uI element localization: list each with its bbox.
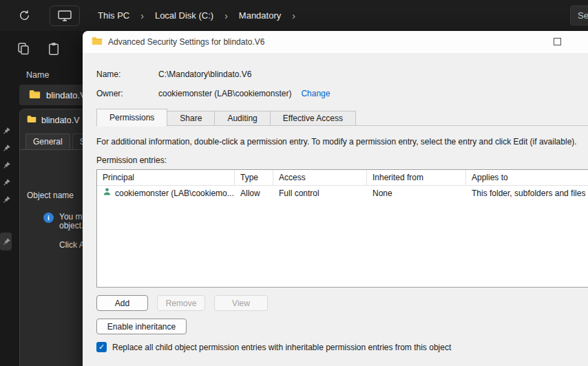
chevron-right-icon[interactable] bbox=[140, 10, 144, 21]
pin-icon[interactable] bbox=[2, 126, 12, 136]
info-icon: i bbox=[43, 213, 54, 223]
copy-icon[interactable] bbox=[17, 42, 32, 57]
owner-field-row: Owner: cookiemonster (LAB\cookiemonster)… bbox=[96, 89, 330, 98]
replace-permissions-row: Replace all child object permission entr… bbox=[96, 342, 451, 352]
name-label: Name: bbox=[96, 69, 158, 79]
dialog-tabs: Permissions Share Auditing Effective Acc… bbox=[96, 111, 588, 126]
dialog-title: Advanced Security Settings for blindato.… bbox=[108, 37, 264, 47]
remove-button[interactable]: Remove bbox=[157, 295, 205, 311]
info-text-line2: object. bbox=[59, 221, 83, 230]
name-column-header[interactable]: Name bbox=[26, 70, 49, 80]
name-value: C:\Mandatory\blindato.V6 bbox=[158, 69, 251, 79]
entry-inherited-from: None bbox=[367, 186, 466, 201]
table-buttons: Add Remove View bbox=[96, 295, 268, 311]
view-button[interactable]: View bbox=[214, 295, 268, 311]
chevron-right-icon[interactable] bbox=[292, 10, 295, 21]
table-row[interactable]: cookiemonster (LAB\cookiemo... Allow Ful… bbox=[97, 186, 588, 201]
advanced-security-dialog: Advanced Security Settings for blindato.… bbox=[83, 31, 588, 366]
tab-share[interactable]: Share bbox=[167, 111, 215, 126]
pin-icon[interactable] bbox=[2, 195, 12, 204]
breadcrumb-this-pc[interactable]: This PC bbox=[98, 10, 129, 21]
dialog-titlebar: Advanced Security Settings for blindato.… bbox=[83, 31, 588, 53]
name-field-row: Name: C:\Mandatory\blindato.V6 bbox=[96, 69, 251, 79]
owner-label: Owner: bbox=[96, 89, 158, 98]
owner-value: cookiemonster (LAB\cookiemonster) bbox=[158, 89, 291, 98]
pin-icon[interactable] bbox=[2, 237, 12, 246]
folder-icon bbox=[92, 36, 103, 47]
enable-inheritance-button[interactable]: Enable inheritance bbox=[96, 319, 187, 334]
permission-entries-table: Principal Type Access Inherited from App… bbox=[96, 169, 588, 288]
pin-icon[interactable] bbox=[2, 177, 12, 187]
add-button[interactable]: Add bbox=[96, 295, 148, 311]
instructions-text: For additional information, double-click… bbox=[96, 137, 577, 147]
tab-general[interactable]: General bbox=[25, 133, 70, 149]
column-header-principal[interactable]: Principal bbox=[97, 170, 235, 185]
entry-principal: cookiemonster (LAB\cookiemo... bbox=[115, 186, 234, 201]
refresh-icon[interactable] bbox=[17, 8, 32, 23]
breadcrumb-mandatory[interactable]: Mandatory bbox=[239, 10, 281, 21]
column-header-type[interactable]: Type bbox=[235, 170, 273, 185]
table-header-row: Principal Type Access Inherited from App… bbox=[97, 170, 588, 186]
paste-icon[interactable] bbox=[47, 42, 62, 57]
pin-icon[interactable] bbox=[2, 160, 12, 170]
replace-permissions-label: Replace all child object permission entr… bbox=[112, 343, 451, 352]
search-input[interactable]: Sea bbox=[570, 6, 588, 25]
entry-type: Allow bbox=[235, 186, 273, 201]
change-owner-link[interactable]: Change bbox=[301, 89, 330, 98]
replace-permissions-checkbox[interactable] bbox=[96, 342, 107, 352]
column-header-access[interactable]: Access bbox=[273, 170, 367, 185]
column-header-applies-to[interactable]: Applies to bbox=[466, 170, 588, 185]
tab-effective-access[interactable]: Effective Access bbox=[270, 111, 356, 126]
entry-applies-to: This folder, subfolders and files bbox=[466, 186, 588, 201]
column-header-inherited-from[interactable]: Inherited from bbox=[367, 170, 466, 185]
maximize-icon[interactable] bbox=[554, 38, 561, 45]
entry-access: Full control bbox=[273, 186, 367, 201]
folder-icon bbox=[27, 115, 36, 125]
pin-icon[interactable] bbox=[2, 143, 12, 153]
properties-title: blindato.V bbox=[41, 116, 80, 125]
object-name-label: Object name bbox=[27, 191, 74, 200]
tab-permissions[interactable]: Permissions bbox=[96, 109, 167, 127]
breadcrumb: This PC Local Disk (C:) Mandatory bbox=[98, 10, 295, 21]
folder-icon bbox=[29, 89, 41, 101]
explorer-titlebar: This PC Local Disk (C:) Mandatory Sea bbox=[0, 0, 588, 31]
tab-auditing[interactable]: Auditing bbox=[214, 111, 270, 126]
breadcrumb-local-disk[interactable]: Local Disk (C:) bbox=[155, 10, 213, 21]
user-icon bbox=[103, 186, 112, 201]
this-pc-icon[interactable] bbox=[50, 6, 80, 26]
chevron-right-icon[interactable] bbox=[224, 10, 228, 21]
permission-entries-label: Permission entries: bbox=[96, 155, 167, 165]
